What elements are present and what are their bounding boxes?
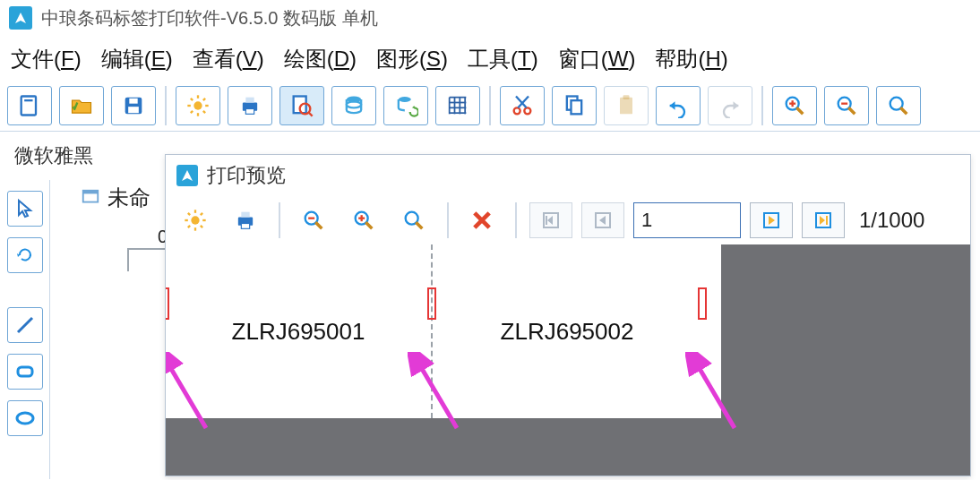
ellipse-tool[interactable]	[7, 400, 43, 436]
svg-line-34	[516, 97, 527, 108]
preview-last-page-button[interactable]	[802, 202, 845, 238]
svg-line-44	[848, 107, 855, 114]
title-bar: 中琅条码标签打印软件-V6.5.0 数码版 单机	[0, 0, 980, 36]
menu-help[interactable]: 帮助(H)	[655, 45, 727, 73]
menu-file[interactable]: 文件(F)	[11, 45, 82, 73]
preview-zoom-out-button[interactable]	[293, 201, 334, 239]
preview-title: 打印预览	[207, 162, 286, 189]
new-doc-button[interactable]	[7, 86, 52, 125]
red-marker	[166, 287, 169, 320]
zoom-in-button[interactable]	[772, 86, 817, 125]
svg-rect-3	[129, 99, 137, 104]
preview-page-count: 1/1000	[859, 208, 924, 233]
line-tool[interactable]	[7, 307, 43, 343]
menu-draw[interactable]: 绘图(D)	[284, 45, 357, 73]
open-button[interactable]	[59, 86, 104, 125]
print-preview-window: 打印预览 1/1000 ZLRJ695001 ZLRJ695002	[165, 154, 971, 476]
svg-line-10	[191, 99, 193, 100]
zoom-button[interactable]	[876, 86, 921, 125]
svg-line-19	[308, 112, 313, 116]
undo-button[interactable]	[656, 86, 701, 125]
svg-line-60	[188, 226, 190, 227]
rounded-rect-tool[interactable]	[7, 354, 43, 390]
svg-rect-0	[21, 97, 36, 116]
svg-rect-4	[128, 107, 139, 113]
copy-button[interactable]	[552, 86, 597, 125]
svg-line-40	[796, 107, 803, 114]
svg-rect-1	[24, 99, 32, 101]
menu-edit[interactable]: 编辑(E)	[101, 45, 173, 73]
settings-button[interactable]	[176, 86, 220, 125]
svg-line-73	[416, 222, 422, 228]
preview-settings-button[interactable]	[175, 201, 216, 239]
paste-button[interactable]	[604, 86, 649, 125]
document-tab[interactable]: 未命	[81, 184, 150, 212]
svg-point-32	[524, 107, 530, 114]
print-preview-button[interactable]	[279, 86, 324, 125]
preview-close-button[interactable]	[461, 201, 503, 239]
svg-point-22	[399, 97, 411, 102]
svg-rect-49	[18, 367, 32, 376]
svg-line-66	[315, 222, 322, 228]
grid-button[interactable]	[435, 86, 480, 125]
menu-view[interactable]: 查看(V)	[193, 45, 264, 73]
menu-shape[interactable]: 图形(S)	[376, 45, 448, 73]
rotate-tool[interactable]	[7, 237, 43, 273]
database-refresh-button[interactable]	[383, 86, 428, 125]
main-toolbar	[0, 86, 980, 131]
print-button[interactable]	[228, 86, 272, 125]
svg-line-59	[201, 226, 202, 227]
svg-rect-64	[241, 224, 249, 229]
svg-rect-36	[572, 100, 582, 114]
preview-print-button[interactable]	[225, 201, 266, 239]
svg-point-5	[193, 101, 202, 109]
preview-prev-page-button[interactable]	[581, 202, 624, 238]
preview-zoom-in-button[interactable]	[343, 201, 384, 239]
menu-tool[interactable]: 工具(T)	[468, 45, 538, 73]
cut-button[interactable]	[500, 86, 545, 125]
svg-line-58	[188, 213, 190, 215]
svg-point-50	[17, 413, 33, 424]
preview-title-bar: 打印预览	[166, 155, 970, 196]
svg-line-13	[203, 99, 205, 100]
svg-line-69	[365, 222, 372, 228]
svg-line-33	[518, 97, 529, 108]
svg-line-61	[201, 213, 202, 215]
database-button[interactable]	[331, 86, 376, 125]
svg-line-47	[900, 107, 907, 114]
save-button[interactable]	[111, 86, 156, 125]
select-tool[interactable]	[7, 191, 43, 227]
app-title: 中琅条码标签打印软件-V6.5.0 数码版 单机	[41, 6, 378, 30]
preview-page-input[interactable]	[633, 202, 741, 238]
preview-toolbar: 1/1000	[166, 196, 970, 244]
svg-line-11	[203, 111, 205, 113]
preview-first-page-button[interactable]	[529, 202, 572, 238]
menu-bar: 文件(F) 编辑(E) 查看(V) 绘图(D) 图形(S) 工具(T) 窗口(W…	[0, 36, 980, 86]
label-sheet: ZLRJ695001 ZLRJ695002	[166, 244, 721, 418]
svg-line-48	[18, 318, 32, 332]
svg-rect-15	[245, 98, 254, 103]
svg-point-21	[347, 101, 361, 107]
zoom-out-button[interactable]	[824, 86, 869, 125]
left-toolbox	[0, 180, 50, 479]
preview-zoom-fit-button[interactable]	[393, 201, 434, 239]
preview-app-icon	[176, 165, 198, 186]
svg-point-31	[514, 107, 520, 114]
preview-canvas: ZLRJ695001 ZLRJ695002	[166, 244, 970, 476]
menu-window[interactable]: 窗口(W)	[558, 45, 636, 73]
svg-rect-37	[620, 98, 632, 115]
label-cell-1: ZLRJ695001	[166, 244, 433, 418]
label-text: ZLRJ695001	[232, 318, 365, 346]
svg-rect-63	[241, 212, 249, 218]
font-name-select[interactable]: 微软雅黑	[7, 137, 100, 175]
redo-button[interactable]	[708, 86, 752, 125]
app-icon	[9, 6, 32, 30]
svg-rect-38	[623, 95, 630, 99]
doc-icon	[81, 188, 100, 208]
svg-rect-16	[245, 109, 254, 115]
svg-line-12	[191, 111, 193, 113]
svg-point-53	[191, 216, 199, 224]
svg-rect-52	[83, 191, 99, 194]
preview-next-page-button[interactable]	[750, 202, 793, 238]
label-text: ZLRJ695002	[501, 318, 634, 346]
